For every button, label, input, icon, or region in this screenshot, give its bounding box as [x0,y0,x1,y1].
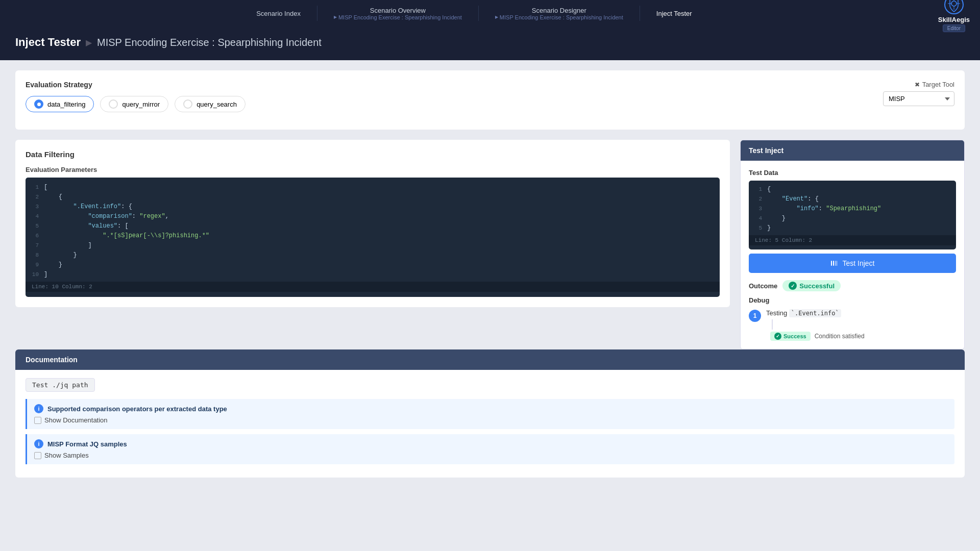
strategy-left: Evaluation Strategy data_filtering query… [26,81,246,112]
radio-data-filtering[interactable]: data_filtering [26,96,94,112]
svg-point-1 [951,1,957,6]
radio-label-query-mirror: query_mirror [122,101,160,108]
svg-rect-6 [831,261,832,266]
debug-label: Debug [749,296,956,304]
info-icon-1: i [34,404,43,413]
code-line-3: 3 ".Event.info": { [26,202,720,212]
documentation-card: Documentation Test ./jq path i Supported… [15,349,965,478]
tdata-line-3: 3 "info": "Spearphishing" [749,204,956,214]
test-inject-button[interactable]: Test Inject [749,254,956,273]
test-inject-body: Test Data 1 { 2 "Event": { 3 "info": "Sp… [741,161,964,349]
debug-num-1: 1 [749,310,761,322]
nav-divider-1 [317,6,317,21]
nav-scenario-index[interactable]: Scenario Index [256,10,301,17]
radio-options: data_filtering query_mirror query_search [26,96,246,112]
radio-query-mirror[interactable]: query_mirror [100,96,168,112]
target-tool-label: Target Tool [915,81,954,88]
nav-scenario-overview[interactable]: Scenario Overview MISP Encoding Exercise… [334,7,462,20]
test-inject-btn-label: Test Inject [842,259,874,267]
doc-section-misp-samples: i MISP Format JQ samples Show Samples [26,434,954,464]
page-title: Inject Tester [15,36,81,49]
code-line-5: 5 "values": [ [26,221,720,231]
radio-label-query-search: query_search [197,101,237,108]
debug-field-code: `.Event.info` [789,309,841,317]
radio-dot-query-mirror [109,99,118,109]
nav-inject-tester[interactable]: Inject Tester [656,10,692,17]
doc-checkbox-row-2: Show Samples [34,452,947,459]
test-data-title: Test Data [749,169,956,177]
evaluation-strategy-label: Evaluation Strategy [26,81,246,89]
target-tool-section: Target Tool MISP OpenCTI [883,81,954,106]
show-documentation-label: Show Documentation [44,416,108,424]
show-documentation-checkbox[interactable] [34,417,41,424]
doc-section-comparison-header: i Supported comparison operators per ext… [34,404,947,413]
eval-params-editor[interactable]: 1 [ 2 { 3 ".Event.info": { 4 "comparison… [26,178,720,297]
code-line-7: 7 ] [26,241,720,251]
eval-code-status: Line: 10 Column: 2 [26,282,720,292]
strategy-header: Evaluation Strategy data_filtering query… [26,81,954,112]
data-filtering-card: Data Filtering Evaluation Parameters 1 [… [15,140,730,307]
info-icon-2: i [34,439,43,448]
tdata-line-1: 1 { [749,185,956,194]
main-content: Evaluation Strategy data_filtering query… [0,60,980,488]
debug-success-badge: Success [770,332,811,341]
svg-rect-8 [835,261,836,266]
show-samples-label: Show Samples [44,452,89,459]
tdata-line-5: 5 } [749,223,956,233]
two-column-layout: Data Filtering Evaluation Parameters 1 [… [15,140,965,349]
test-data-editor[interactable]: 1 { 2 "Event": { 3 "info": "Spearphishin… [749,181,956,249]
doc-section-comparison-title: Supported comparison operators per extra… [47,405,227,413]
radio-label-data-filtering: data_filtering [47,101,85,108]
svg-rect-7 [833,261,834,266]
test-data-status: Line: 5 Column: 2 [749,235,956,245]
evaluation-strategy-card: Evaluation Strategy data_filtering query… [15,70,965,130]
doc-checkbox-row-1: Show Documentation [34,416,947,424]
tdata-line-2: 2 "Event": { [749,194,956,204]
nav-divider-2 [478,6,479,21]
eval-params-title: Evaluation Parameters [26,166,720,173]
breadcrumb-arrow: ▶ [86,38,92,47]
code-line-1: 1 [ [26,183,720,192]
data-filtering-title: Data Filtering [26,150,720,159]
outcome-badge: Successful [782,280,841,291]
test-inject-header: Test Inject [741,140,964,161]
nav-scenario-designer[interactable]: Scenario Designer MISP Encoding Exercise… [495,7,623,20]
nav-divider-3 [640,6,640,21]
tdata-line-4: 4 } [749,214,956,223]
debug-content-1: Testing `.Event.info` Success Condition … [766,309,956,341]
skillaegis-logo-icon [944,0,964,15]
svg-rect-9 [837,261,837,266]
test-inject-panel: Test Inject Test Data 1 { 2 "Event": { 3 [740,140,965,349]
documentation-body: Test ./jq path i Supported comparison op… [15,370,965,478]
logo: SkillAegis Editor [938,0,970,32]
code-line-8: 8 } [26,251,720,260]
code-line-10: 10 ] [26,270,720,280]
debug-item-1: 1 Testing `.Event.info` Success Conditio… [749,309,956,341]
radio-query-search[interactable]: query_search [175,96,246,112]
code-line-4: 4 "comparison": "regex", [26,212,720,221]
debug-result: Success Condition satisfied [770,332,956,341]
doc-path-tag: Test ./jq path [26,378,95,392]
code-line-6: 6 ".*[sS]pear[-\\s]?phishing.*" [26,231,720,241]
debug-testing-text: Testing `.Event.info` [766,309,956,317]
doc-section-misp-header: i MISP Format JQ samples [34,439,947,448]
debug-line-connector [772,319,773,330]
code-line-9: 9 } [26,260,720,270]
outcome-row: Outcome Successful [749,280,956,291]
doc-section-misp-title: MISP Format JQ samples [47,440,127,448]
page-header: Inject Tester ▶ MISP Encoding Exercise :… [0,27,980,60]
debug-condition-text: Condition satisfied [815,333,865,340]
radio-dot-data-filtering [34,99,43,109]
nav-links: Scenario Index Scenario Overview MISP En… [10,6,938,21]
radio-dot-query-search [183,99,192,109]
outcome-label: Outcome [749,282,777,290]
code-line-2: 2 { [26,192,720,202]
target-tool-select[interactable]: MISP OpenCTI [883,91,954,106]
page-subtitle: MISP Encoding Exercise : Spearphishing I… [97,37,322,48]
top-navigation: Scenario Index Scenario Overview MISP En… [0,0,980,27]
test-inject-icon [830,259,838,267]
doc-section-comparison: i Supported comparison operators per ext… [26,399,954,429]
documentation-header: Documentation [15,349,965,370]
show-samples-checkbox[interactable] [34,452,41,459]
